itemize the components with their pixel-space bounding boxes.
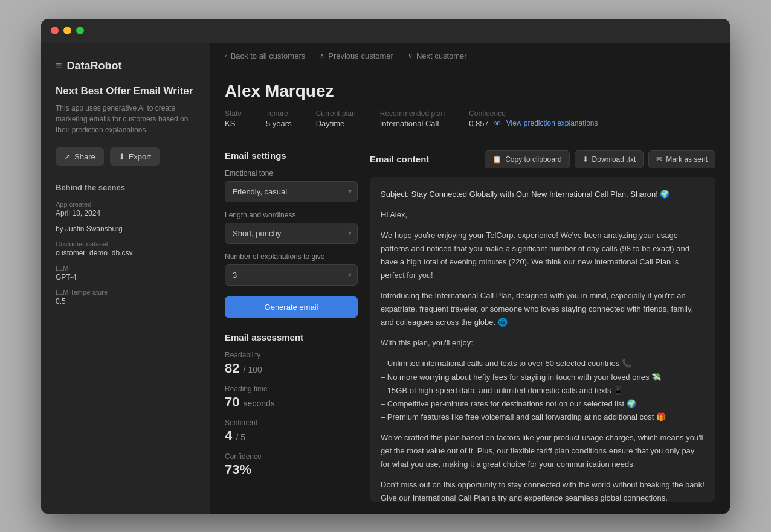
llm-value: GPT-4 bbox=[56, 273, 196, 281]
email-settings-section: Email settings Emotional tone Friendly, … bbox=[225, 150, 358, 318]
back-to-customers-link[interactable]: ‹ Back to all customers bbox=[225, 51, 305, 60]
email-subject: Subject: Stay Connected Globally with Ou… bbox=[381, 188, 705, 201]
send-icon: ✉ bbox=[656, 155, 662, 164]
bullet-3: – 15GB of high-speed data, and unlimited… bbox=[381, 384, 705, 397]
email-content-title: Email content bbox=[370, 154, 429, 164]
share-button[interactable]: ↗ Share bbox=[56, 147, 104, 166]
content-panels: Email settings Emotional tone Friendly, … bbox=[210, 138, 730, 514]
logo-brand: DataRobot bbox=[67, 60, 122, 72]
down-arrow-icon: ∨ bbox=[408, 52, 413, 60]
llm-label: LLM bbox=[56, 264, 196, 272]
email-para-4: We've crafted this plan based on factors… bbox=[381, 431, 705, 471]
readability-item: Readability 82 / 100 bbox=[225, 351, 358, 376]
main-content: ‹ Back to all customers ∧ Previous custo… bbox=[210, 43, 730, 514]
email-settings-title: Email settings bbox=[225, 150, 358, 161]
tenure-value: 5 years bbox=[266, 119, 292, 128]
confidence-label: Confidence bbox=[469, 109, 598, 118]
top-nav: ‹ Back to all customers ∧ Previous custo… bbox=[210, 43, 730, 69]
reading-time-item: Reading time 70 seconds bbox=[225, 385, 358, 410]
clipboard-icon: 📋 bbox=[492, 155, 502, 164]
llm-temp-value: 0.5 bbox=[56, 297, 196, 306]
copy-to-clipboard-button[interactable]: 📋 Copy to clipboard bbox=[485, 150, 569, 168]
bullet-1: – Unlimited international calls and text… bbox=[381, 357, 705, 370]
download-icon: ⬇ bbox=[582, 155, 589, 164]
customer-name: Alex Marquez bbox=[225, 82, 715, 101]
right-panel: Email content 📋 Copy to clipboard ⬇ Down… bbox=[370, 150, 715, 502]
recommended-plan-label: Recommended plan bbox=[380, 109, 445, 118]
logo-icon: ≡ bbox=[56, 60, 62, 72]
minimize-dot[interactable] bbox=[63, 27, 71, 34]
app-window: ≡ DataRobot Next Best Offer Email Writer… bbox=[41, 19, 730, 514]
app-title: Next Best Offer Email Writer bbox=[56, 85, 196, 98]
bullet-2: – No more worrying about hefty fees for … bbox=[381, 371, 705, 384]
app-description: This app uses generative AI to create ma… bbox=[56, 103, 196, 135]
app-created-date: April 18, 2024 bbox=[56, 209, 196, 217]
next-customer-link[interactable]: ∨ Next customer bbox=[408, 51, 467, 60]
email-para-5: Don't miss out on this opportunity to st… bbox=[381, 478, 705, 501]
export-icon: ⬇ bbox=[118, 152, 125, 161]
customer-meta: State KS Tenure 5 years Current plan Day… bbox=[225, 109, 715, 128]
length-select-wrapper: Short, punchy Medium Long, detailed ▾ bbox=[225, 223, 358, 244]
num-explanations-wrapper: 1 2 3 4 5 ▾ bbox=[225, 264, 358, 286]
tone-select[interactable]: Friendly, casual Professional Empathetic… bbox=[225, 181, 358, 202]
email-assessment-section: Email assessment Readability 82 / 100 Re… bbox=[225, 332, 358, 486]
email-action-buttons: 📋 Copy to clipboard ⬇ Download .txt ✉ Ma… bbox=[485, 150, 715, 168]
maximize-dot[interactable] bbox=[76, 27, 84, 34]
up-arrow-icon: ∧ bbox=[320, 52, 324, 60]
email-para-2: Introducing the International Call Plan,… bbox=[381, 289, 705, 329]
app-layout: ≡ DataRobot Next Best Offer Email Writer… bbox=[41, 43, 730, 514]
recommended-plan-value: International Call bbox=[380, 119, 445, 128]
assessment-confidence-value: 73% bbox=[225, 462, 358, 478]
confidence-col: Confidence 0.857 👁 View prediction expla… bbox=[469, 109, 598, 128]
titlebar bbox=[41, 19, 730, 43]
bullet-5: – Premium features like free voicemail a… bbox=[381, 411, 705, 424]
current-plan-col: Current plan Daytime bbox=[316, 109, 356, 128]
state-label: State bbox=[225, 109, 242, 118]
email-assessment-title: Email assessment bbox=[225, 332, 358, 342]
current-plan-value: Daytime bbox=[316, 119, 356, 128]
close-dot[interactable] bbox=[51, 27, 59, 34]
download-txt-button[interactable]: ⬇ Download .txt bbox=[575, 150, 644, 168]
confidence-row: 0.857 👁 View prediction explanations bbox=[469, 119, 598, 128]
llm-temp-label: LLM Temperature bbox=[56, 289, 196, 296]
view-prediction-link[interactable]: View prediction explanations bbox=[506, 119, 598, 127]
action-buttons: ↗ Share ⬇ Export bbox=[56, 147, 196, 166]
customer-dataset-value: customer_demo_db.csv bbox=[56, 249, 196, 257]
email-greeting: Hi Alex, bbox=[381, 208, 705, 222]
logo: ≡ DataRobot bbox=[56, 60, 196, 72]
email-body: Subject: Stay Connected Globally with Ou… bbox=[370, 177, 715, 502]
left-panel: Email settings Emotional tone Friendly, … bbox=[225, 150, 358, 502]
email-bullets: – Unlimited international calls and text… bbox=[381, 357, 705, 423]
num-explanations-label: Number of explanations to give bbox=[225, 252, 358, 261]
state-col: State KS bbox=[225, 109, 242, 128]
back-arrow-icon: ‹ bbox=[225, 52, 227, 59]
state-value: KS bbox=[225, 119, 242, 128]
mark-as-sent-button[interactable]: ✉ Mark as sent bbox=[648, 150, 715, 168]
assessment-confidence-label: Confidence bbox=[225, 452, 358, 461]
assessment-confidence-item: Confidence 73% bbox=[225, 452, 358, 478]
email-para-1: We hope you're enjoying your TelCorp. ex… bbox=[381, 229, 705, 282]
current-plan-label: Current plan bbox=[316, 109, 356, 118]
bullet-4: – Competitive per-minute rates for desti… bbox=[381, 397, 705, 411]
sidebar: ≡ DataRobot Next Best Offer Email Writer… bbox=[41, 43, 210, 514]
length-label: Length and wordiness bbox=[225, 211, 358, 219]
prev-customer-link[interactable]: ∧ Previous customer bbox=[320, 51, 393, 60]
eye-icon: 👁 bbox=[494, 119, 502, 128]
tone-label: Emotional tone bbox=[225, 169, 358, 178]
sentiment-item: Sentiment 4 / 5 bbox=[225, 418, 358, 444]
generate-email-button[interactable]: Generate email bbox=[225, 296, 358, 318]
share-icon: ↗ bbox=[64, 152, 71, 161]
num-explanations-select[interactable]: 1 2 3 4 5 bbox=[225, 264, 358, 286]
tone-select-wrapper: Friendly, casual Professional Empathetic… bbox=[225, 181, 358, 202]
app-created-by: by Justin Swansburg bbox=[56, 225, 196, 233]
tenure-label: Tenure bbox=[266, 109, 292, 118]
reading-time-value: 70 seconds bbox=[225, 394, 358, 410]
length-select[interactable]: Short, punchy Medium Long, detailed bbox=[225, 223, 358, 244]
customer-dataset-label: Customer dataset bbox=[56, 240, 196, 248]
tenure-col: Tenure 5 years bbox=[266, 109, 292, 128]
sentiment-label: Sentiment bbox=[225, 418, 358, 427]
customer-header: Alex Marquez State KS Tenure 5 years Cur… bbox=[210, 69, 730, 138]
export-button[interactable]: ⬇ Export bbox=[110, 147, 160, 166]
email-para-3: With this plan, you'll enjoy: bbox=[381, 336, 705, 350]
app-created-label: App created bbox=[56, 200, 196, 208]
